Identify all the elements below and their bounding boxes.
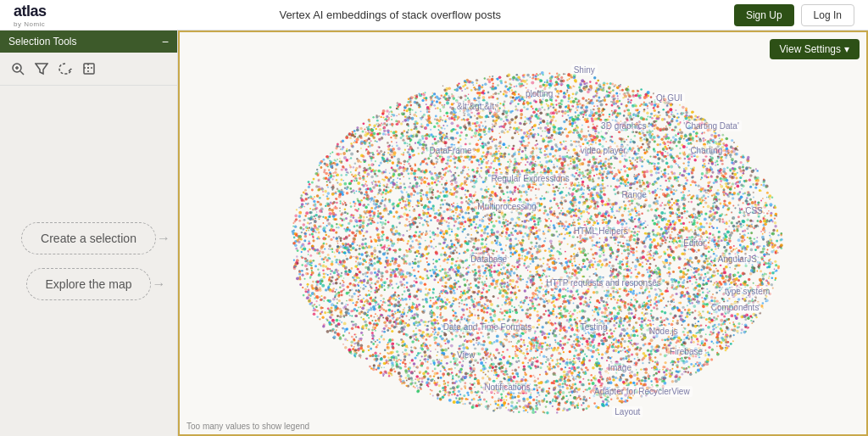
svg-point-11962 [359, 280, 362, 282]
svg-point-8119 [748, 203, 750, 204]
svg-point-5671 [468, 158, 470, 160]
lasso-tool[interactable] [56, 59, 75, 78]
svg-point-7511 [442, 305, 444, 308]
select-tool[interactable] [80, 59, 98, 78]
svg-point-2544 [669, 141, 671, 143]
svg-point-1007 [321, 284, 325, 288]
svg-point-3094 [369, 355, 371, 357]
svg-point-8893 [518, 214, 520, 215]
svg-point-1401 [387, 142, 389, 144]
svg-point-11803 [753, 321, 755, 323]
svg-point-5956 [415, 111, 417, 113]
svg-point-6294 [522, 390, 526, 394]
svg-point-9150 [643, 245, 646, 248]
svg-point-10073 [309, 300, 310, 302]
svg-point-4994 [628, 306, 630, 308]
svg-point-7399 [672, 271, 675, 273]
svg-point-11478 [372, 337, 374, 338]
svg-point-11915 [482, 109, 485, 111]
svg-point-11139 [428, 201, 431, 204]
svg-point-5814 [708, 193, 709, 194]
svg-point-11900 [361, 225, 364, 228]
svg-point-10319 [674, 138, 677, 142]
explore-map-button[interactable]: Explore the map → [26, 268, 152, 300]
svg-point-9563 [624, 204, 626, 207]
svg-point-9292 [425, 135, 426, 137]
svg-point-8026 [510, 218, 514, 221]
svg-point-6288 [385, 310, 387, 312]
svg-point-5681 [486, 252, 487, 254]
svg-point-7808 [528, 221, 530, 222]
svg-point-10487 [573, 131, 575, 133]
svg-point-7778 [453, 128, 455, 131]
svg-point-9949 [620, 219, 623, 221]
svg-point-328 [563, 73, 565, 75]
svg-point-2450 [493, 258, 495, 260]
svg-point-2574 [729, 283, 731, 285]
svg-point-6789 [459, 355, 461, 357]
svg-point-1922 [545, 160, 548, 164]
svg-point-7559 [719, 137, 721, 139]
svg-point-6922 [572, 156, 574, 158]
svg-point-9321 [349, 315, 351, 316]
svg-point-7207 [573, 379, 575, 381]
create-selection-button[interactable]: Create a selection → [21, 222, 156, 254]
svg-point-10451 [431, 196, 433, 198]
svg-point-3374 [632, 382, 635, 384]
svg-point-9451 [303, 206, 305, 208]
svg-point-11205 [709, 290, 710, 292]
svg-point-10209 [459, 397, 461, 400]
svg-point-9892 [353, 215, 355, 217]
svg-point-2375 [452, 375, 453, 377]
sidebar-title: Selection Tools [8, 36, 77, 48]
svg-point-4518 [486, 390, 487, 392]
svg-point-8244 [361, 311, 364, 314]
svg-point-1252 [586, 355, 587, 357]
svg-point-7140 [467, 167, 469, 169]
svg-point-4958 [583, 372, 585, 374]
svg-point-11436 [734, 306, 737, 309]
svg-point-4096 [681, 184, 682, 186]
svg-point-8522 [463, 109, 465, 112]
svg-point-8241 [700, 351, 702, 353]
login-button[interactable]: Log In [801, 4, 854, 26]
svg-point-9031 [430, 333, 433, 337]
svg-point-9450 [712, 328, 715, 331]
map-container[interactable]: Shinyplotting&lt;&gt;&lt;Qt GUI3D graphi… [178, 31, 868, 436]
svg-point-4761 [576, 391, 579, 394]
svg-point-6498 [531, 326, 535, 329]
svg-point-7526 [478, 124, 481, 126]
svg-point-7862 [407, 347, 409, 349]
svg-point-10902 [710, 218, 713, 221]
svg-point-10192 [570, 175, 572, 176]
svg-point-11186 [568, 281, 571, 284]
svg-point-4695 [687, 143, 690, 145]
view-settings-button[interactable]: View Settings ▾ [770, 39, 860, 59]
svg-point-11766 [520, 345, 522, 348]
svg-point-6371 [515, 329, 519, 333]
svg-point-1294 [629, 213, 632, 215]
svg-point-11344 [303, 219, 306, 221]
svg-point-5464 [520, 209, 521, 210]
svg-point-9831 [616, 390, 620, 394]
svg-point-10581 [560, 210, 562, 212]
svg-point-958 [695, 372, 698, 374]
signup-button[interactable]: Sign Up [734, 4, 794, 26]
filter-tool[interactable] [32, 59, 51, 78]
sidebar-close-button[interactable]: − [162, 36, 169, 48]
svg-point-6214 [382, 338, 385, 340]
svg-point-8761 [475, 284, 477, 287]
zoom-tool[interactable] [8, 59, 27, 78]
svg-point-5509 [680, 131, 683, 134]
svg-point-3130 [653, 306, 655, 309]
svg-point-9712 [639, 292, 641, 293]
svg-point-8851 [540, 316, 542, 318]
svg-point-4203 [571, 383, 574, 386]
svg-point-9161 [441, 154, 442, 155]
svg-point-11245 [766, 288, 768, 290]
svg-point-9191 [459, 221, 461, 222]
svg-point-11498 [470, 282, 471, 284]
svg-point-2538 [495, 339, 498, 343]
svg-point-11828 [598, 193, 601, 196]
svg-point-8458 [391, 324, 394, 327]
